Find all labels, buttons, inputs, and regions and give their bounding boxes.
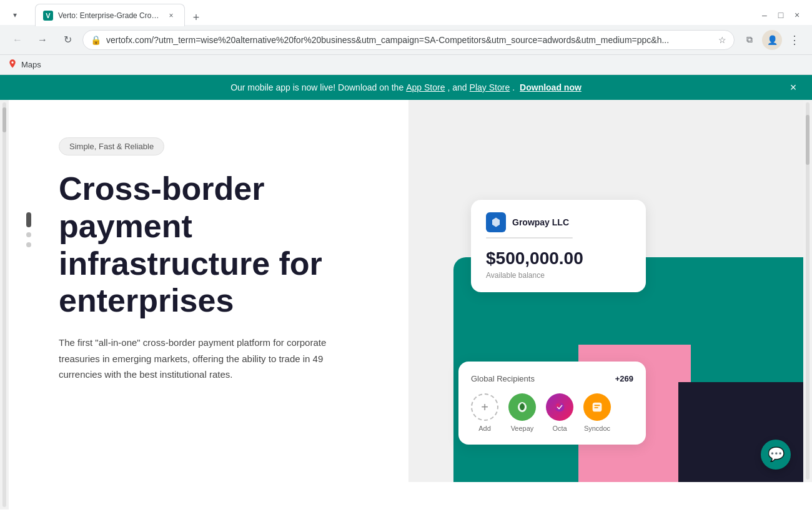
window-close-button[interactable]: × xyxy=(790,7,805,22)
hero-description: The first "all-in-one" cross-border paym… xyxy=(59,335,346,383)
extensions-button[interactable]: ⧉ xyxy=(740,30,760,50)
main-content: Simple, Fast & Reliable Cross-border pay… xyxy=(9,100,812,510)
nav-dot-1[interactable] xyxy=(26,212,31,227)
recipients-icons: + Add xyxy=(471,393,633,432)
recipient-add[interactable]: + Add xyxy=(471,393,498,432)
forward-button[interactable]: → xyxy=(32,30,52,50)
card-header: Growpay LLC xyxy=(486,212,631,232)
svg-point-0 xyxy=(11,61,13,63)
recipients-title: Global Recipients xyxy=(471,374,535,383)
hero-left: Simple, Fast & Reliable Cross-border pay… xyxy=(9,100,408,482)
company-logo xyxy=(486,212,506,232)
company-name: Growpay LLC xyxy=(512,217,569,227)
octa-icon xyxy=(546,393,573,421)
active-tab[interactable]: V Verto: Enterprise-Grade Cross-... × xyxy=(35,4,185,26)
banner-message: Our mobile app is now live! Download on … xyxy=(230,82,404,92)
dark-shape xyxy=(678,382,803,482)
tab-bar: V Verto: Enterprise-Grade Cross-... × + xyxy=(30,4,210,26)
maps-favicon xyxy=(7,59,17,71)
browser-frame: ▾ V Verto: Enterprise-Grade Cross-... × … xyxy=(0,0,812,75)
toolbar-actions: ⧉ 👤 ⋮ xyxy=(740,30,805,50)
balance-card: Growpay LLC $500,000.00 Available balanc… xyxy=(471,200,646,292)
minimize-button[interactable]: – xyxy=(757,7,772,22)
banner-period: . xyxy=(512,82,515,92)
play-store-link[interactable]: Play Store xyxy=(470,82,510,92)
balance-amount: $500,000.00 xyxy=(486,249,631,268)
recipient-syncdoc[interactable]: Syncdoc xyxy=(583,393,611,432)
browser-titlebar: ▾ V Verto: Enterprise-Grade Cross-... × … xyxy=(0,0,812,25)
address-bar[interactable]: 🔒 vertofx.com/?utm_term=wise%20alternati… xyxy=(82,30,735,50)
browser-toolbar: ← → ↻ 🔒 vertofx.com/?utm_term=wise%20alt… xyxy=(0,25,812,55)
hero-section: Simple, Fast & Reliable Cross-border pay… xyxy=(0,100,812,510)
right-scroll-thumb xyxy=(806,115,810,165)
add-icon-circle: + xyxy=(471,393,498,421)
svg-rect-3 xyxy=(594,405,600,406)
veepay-icon xyxy=(508,393,536,421)
veepay-label: Veepay xyxy=(511,425,534,432)
bookmark-icon: ☆ xyxy=(718,35,726,45)
tab-favicon: V xyxy=(43,11,53,21)
refresh-button[interactable]: ↻ xyxy=(57,30,77,50)
maximize-button[interactable]: □ xyxy=(773,7,788,22)
new-tab-button[interactable]: + xyxy=(187,9,205,26)
recipients-card: Global Recipients +269 + Add xyxy=(458,362,646,445)
lock-icon: 🔒 xyxy=(91,35,101,45)
chat-icon: 💬 xyxy=(768,446,785,463)
banner-separator: , and xyxy=(447,82,467,92)
page-content: Our mobile app is now live! Download on … xyxy=(0,75,812,512)
recipients-count: +269 xyxy=(615,374,633,383)
recipient-octa[interactable]: Octa xyxy=(546,393,573,432)
scroll-track xyxy=(2,102,6,507)
nav-dot-2[interactable] xyxy=(26,232,31,237)
scrollbar[interactable] xyxy=(0,100,9,510)
add-label: Add xyxy=(478,425,491,432)
app-store-link[interactable]: App Store xyxy=(406,82,445,92)
hero-badge: Simple, Fast & Reliable xyxy=(59,137,164,155)
scroll-thumb xyxy=(2,107,6,132)
svg-rect-4 xyxy=(594,407,598,408)
octa-label: Octa xyxy=(552,425,567,432)
tab-title: Verto: Enterprise-Grade Cross-... xyxy=(58,11,161,20)
card-divider xyxy=(486,237,573,239)
address-text: vertofx.com/?utm_term=wise%20alternative… xyxy=(106,35,713,45)
tab-list-button[interactable]: ▾ xyxy=(7,7,22,22)
download-now-link[interactable]: Download now xyxy=(520,82,582,92)
announcement-banner: Our mobile app is now live! Download on … xyxy=(0,75,812,100)
hero-title: Cross-border payment infrastructure for … xyxy=(59,170,359,320)
recipient-veepay[interactable]: Veepay xyxy=(508,393,536,432)
banner-close-button[interactable]: × xyxy=(785,79,802,96)
menu-button[interactable]: ⋮ xyxy=(785,30,805,50)
profile-button[interactable]: 👤 xyxy=(762,30,782,50)
right-panel: Growpay LLC $500,000.00 Available balanc… xyxy=(408,100,803,482)
recipients-header: Global Recipients +269 xyxy=(471,374,633,383)
right-scrollbar[interactable] xyxy=(803,100,812,482)
syncdoc-label: Syncdoc xyxy=(584,425,610,432)
balance-label: Available balance xyxy=(486,271,631,280)
maps-tab-bar: Maps xyxy=(0,55,812,75)
maps-tab-label: Maps xyxy=(21,60,41,69)
hero-layout: Simple, Fast & Reliable Cross-border pay… xyxy=(9,100,812,482)
syncdoc-icon xyxy=(583,393,611,421)
svg-point-1 xyxy=(555,403,565,412)
nav-dot-3[interactable] xyxy=(26,242,31,247)
hero-right: Growpay LLC $500,000.00 Available balanc… xyxy=(408,100,803,482)
tab-close-button[interactable]: × xyxy=(166,10,177,21)
back-button[interactable]: ← xyxy=(7,30,27,50)
chat-button[interactable]: 💬 xyxy=(761,440,791,470)
banner-text: Our mobile app is now live! Download on … xyxy=(230,82,582,92)
